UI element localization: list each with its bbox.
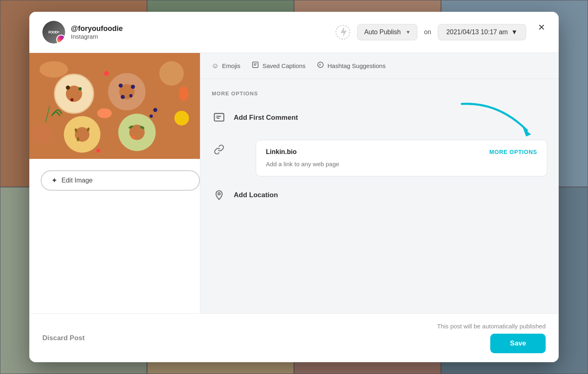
- svg-point-17: [131, 85, 135, 89]
- hashtag-suggestions-label: Hashtag Suggestions: [327, 62, 386, 69]
- svg-rect-0: [59, 37, 63, 42]
- svg-point-36: [97, 149, 101, 153]
- linkin-bio-section: Linkin.bio MORE OPTIONS: [234, 136, 547, 176]
- svg-point-18: [121, 95, 125, 99]
- header-controls: Auto Publish ▼ on 2021/04/13 10:17 am ▼: [335, 24, 526, 40]
- svg-point-33: [153, 108, 157, 112]
- svg-point-29: [131, 136, 134, 139]
- svg-point-1: [60, 39, 62, 40]
- comment-icon: #: [212, 110, 226, 125]
- edit-image-button[interactable]: ✦ Edit Image: [41, 170, 200, 191]
- edit-image-label: Edit Image: [61, 177, 92, 184]
- svg-point-47: [218, 193, 220, 195]
- close-button[interactable]: ×: [534, 20, 549, 35]
- linkin-bio-card: Linkin.bio MORE OPTIONS: [256, 140, 547, 176]
- emojis-button[interactable]: ☺ Emojis: [212, 62, 240, 70]
- emojis-label: Emojis: [222, 62, 240, 69]
- datetime-dropdown[interactable]: 2021/04/13 10:17 am ▼: [438, 24, 526, 40]
- svg-point-32: [179, 86, 189, 101]
- svg-text:#: #: [216, 114, 219, 119]
- svg-point-7: [31, 124, 52, 145]
- modal-body: ✦ Edit Image ☺ Emojis: [29, 53, 559, 313]
- linkin-more-options-link[interactable]: MORE OPTIONS: [489, 149, 537, 155]
- svg-point-35: [104, 71, 109, 76]
- modal-header: FOOD= @foryoufoodie Instagram: [29, 12, 559, 53]
- svg-point-5: [39, 61, 68, 77]
- account-info: FOOD= @foryoufoodie Instagram: [42, 21, 123, 44]
- add-location-label: Add Location: [234, 191, 278, 199]
- svg-point-11: [66, 86, 70, 90]
- svg-point-30: [97, 108, 112, 118]
- save-button[interactable]: Save: [490, 334, 546, 353]
- auto-publish-note: This post will be automatically publishe…: [437, 323, 546, 330]
- more-options-heading: MORE OPTIONS: [212, 90, 547, 97]
- on-connector: on: [424, 29, 431, 36]
- linkin-bio-row: Linkin.bio MORE OPTIONS: [212, 131, 547, 182]
- svg-point-2: [62, 38, 63, 39]
- hashtag-icon: #: [317, 61, 324, 70]
- add-first-comment-label: Add First Comment: [234, 114, 298, 122]
- hashtag-suggestions-button[interactable]: # Hashtag Suggestions: [317, 61, 386, 70]
- avatar-text: FOOD=: [48, 30, 59, 34]
- more-options-section: MORE OPTIONS # Add First Comment: [200, 79, 559, 208]
- instagram-badge: [57, 35, 65, 44]
- linkin-bio-title: Linkin.bio: [266, 148, 297, 156]
- emoji-icon: ☺: [212, 62, 219, 70]
- sparkle-icon: ✦: [51, 176, 57, 185]
- svg-point-6: [159, 61, 184, 86]
- saved-captions-label: Saved Captions: [262, 62, 305, 69]
- linkin-bio-header: Linkin.bio MORE OPTIONS: [266, 148, 537, 156]
- add-location-row[interactable]: Add Location: [212, 182, 547, 208]
- svg-text:#: #: [319, 63, 321, 67]
- lightning-icon: [335, 24, 351, 40]
- avatar-image: FOOD=: [42, 21, 65, 44]
- account-text: @foryoufoodie Instagram: [71, 24, 123, 40]
- saved-captions-icon: [252, 61, 259, 70]
- publish-mode-dropdown[interactable]: Auto Publish ▼: [357, 24, 417, 40]
- svg-point-13: [70, 98, 74, 101]
- account-platform: Instagram: [71, 33, 123, 40]
- caption-toolbar: ☺ Emojis Saved Captions: [200, 53, 559, 79]
- svg-point-16: [118, 84, 123, 88]
- linkin-bio-input[interactable]: [266, 161, 537, 167]
- location-icon: [212, 188, 226, 202]
- datetime-value: 2021/04/13 10:17 am: [446, 29, 508, 36]
- post-modal: FOOD= @foryoufoodie Instagram: [29, 12, 559, 362]
- publish-mode-label: Auto Publish: [364, 29, 401, 36]
- post-image: [29, 53, 200, 159]
- avatar: FOOD=: [42, 21, 65, 44]
- left-panel: ✦ Edit Image: [29, 53, 200, 313]
- account-handle: @foryoufoodie: [71, 24, 123, 33]
- svg-point-34: [149, 114, 153, 118]
- post-image-container: [29, 53, 200, 159]
- link-icon: [212, 142, 226, 157]
- discard-button[interactable]: Discard Post: [42, 334, 85, 342]
- add-first-comment-row[interactable]: # Add First Comment: [212, 105, 547, 131]
- saved-captions-button[interactable]: Saved Captions: [252, 61, 305, 70]
- svg-point-12: [79, 87, 82, 90]
- datetime-chevron-icon: ▼: [511, 29, 518, 36]
- publish-chevron-icon: ▼: [406, 29, 410, 35]
- modal-footer: Discard Post This post will be automatic…: [29, 313, 559, 362]
- right-panel: ☺ Emojis Saved Captions: [200, 53, 559, 313]
- svg-point-31: [174, 111, 189, 125]
- svg-point-19: [129, 94, 132, 97]
- footer-right: This post will be automatically publishe…: [437, 323, 546, 353]
